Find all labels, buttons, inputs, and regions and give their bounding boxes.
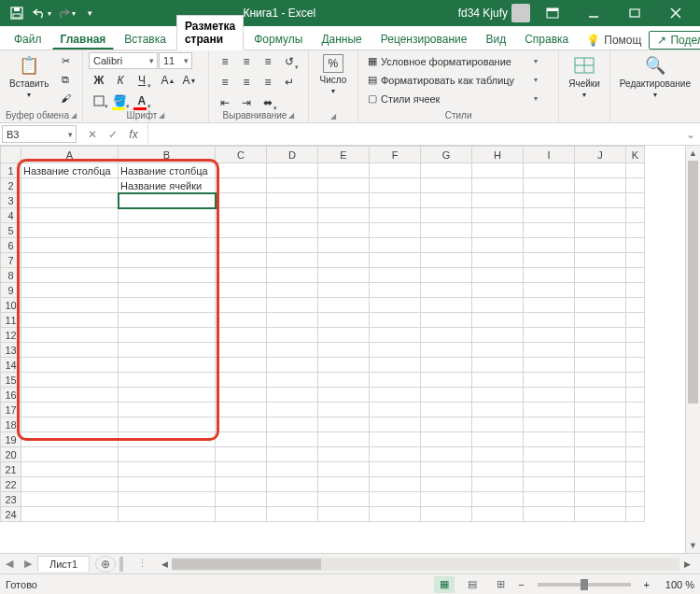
- ribbon-options-icon[interactable]: [534, 0, 571, 26]
- cell[interactable]: [21, 492, 119, 507]
- cell[interactable]: [267, 193, 318, 208]
- cell[interactable]: [216, 163, 267, 178]
- cell[interactable]: [472, 223, 524, 238]
- cell[interactable]: [267, 343, 318, 358]
- col-header[interactable]: J: [575, 147, 626, 163]
- cell[interactable]: [267, 492, 318, 507]
- cell[interactable]: [626, 283, 645, 298]
- cell[interactable]: [626, 373, 645, 388]
- cell[interactable]: [575, 223, 626, 238]
- cell[interactable]: [21, 193, 119, 208]
- tab-data[interactable]: Данные: [313, 28, 370, 50]
- shrink-font-icon[interactable]: A▼: [179, 71, 200, 90]
- cell[interactable]: [318, 208, 370, 223]
- cell[interactable]: [267, 268, 318, 283]
- cell[interactable]: [318, 163, 370, 178]
- cell[interactable]: [472, 432, 524, 447]
- dialog-launcher-icon[interactable]: ◢: [159, 111, 164, 120]
- cell[interactable]: [119, 283, 216, 298]
- row-header[interactable]: 18: [1, 417, 21, 432]
- font-name-combo[interactable]: Calibri: [89, 52, 158, 69]
- cell[interactable]: [267, 477, 318, 492]
- row-header[interactable]: 13: [1, 343, 21, 358]
- cell[interactable]: [318, 373, 370, 388]
- cell[interactable]: [421, 447, 472, 462]
- cell[interactable]: [421, 208, 472, 223]
- col-header[interactable]: K: [626, 147, 645, 163]
- col-header[interactable]: C: [216, 147, 267, 163]
- cell[interactable]: [575, 208, 626, 223]
- cell[interactable]: [575, 358, 626, 373]
- cell[interactable]: [267, 417, 318, 432]
- row-header[interactable]: 21: [1, 462, 21, 477]
- cell-selected[interactable]: [119, 193, 216, 208]
- cell[interactable]: Название ячейки: [119, 178, 216, 193]
- scroll-down-icon[interactable]: ▼: [686, 538, 700, 553]
- cell[interactable]: [267, 283, 318, 298]
- align-center-icon[interactable]: ≡: [236, 73, 257, 92]
- merge-icon[interactable]: ⬌: [258, 93, 278, 112]
- cell[interactable]: [119, 462, 216, 477]
- cell[interactable]: [216, 238, 267, 253]
- cell[interactable]: [119, 253, 216, 268]
- tab-page-layout[interactable]: Разметка страни: [176, 15, 244, 50]
- sheet-options-icon[interactable]: ⋮: [133, 558, 151, 570]
- cell[interactable]: [524, 432, 575, 447]
- cell[interactable]: [267, 313, 318, 328]
- cell[interactable]: [524, 223, 575, 238]
- formula-input[interactable]: [148, 123, 681, 145]
- underline-button[interactable]: Ч: [132, 71, 152, 90]
- redo-icon[interactable]: ▾: [54, 2, 77, 24]
- cell[interactable]: [421, 358, 472, 373]
- cell[interactable]: [370, 163, 421, 178]
- cell[interactable]: [421, 373, 472, 388]
- cell[interactable]: [626, 253, 645, 268]
- select-all-corner[interactable]: [1, 147, 21, 163]
- cell[interactable]: [524, 492, 575, 507]
- cell[interactable]: [575, 253, 626, 268]
- zoom-in-button[interactable]: +: [644, 579, 650, 590]
- user-name[interactable]: fd34 Kjufy: [458, 7, 508, 20]
- cell[interactable]: [524, 447, 575, 462]
- font-size-combo[interactable]: 11: [159, 52, 192, 69]
- cell[interactable]: [524, 238, 575, 253]
- editing-button[interactable]: 🔍 Редактирование ▾: [616, 52, 694, 101]
- dialog-launcher-icon[interactable]: ◢: [288, 111, 294, 120]
- cell[interactable]: [119, 447, 216, 462]
- cell[interactable]: [119, 313, 216, 328]
- cell[interactable]: [575, 193, 626, 208]
- cell[interactable]: [421, 432, 472, 447]
- cell[interactable]: [472, 417, 524, 432]
- cell[interactable]: [575, 507, 626, 522]
- cell[interactable]: [575, 163, 626, 178]
- cell[interactable]: [216, 193, 267, 208]
- cell[interactable]: [472, 253, 524, 268]
- cell[interactable]: [626, 298, 645, 313]
- cell[interactable]: [21, 328, 119, 343]
- cell[interactable]: [267, 373, 318, 388]
- cell[interactable]: [119, 492, 216, 507]
- cell[interactable]: [472, 492, 524, 507]
- cell[interactable]: [626, 208, 645, 223]
- cell[interactable]: [472, 283, 524, 298]
- grid[interactable]: A B C D E F G H I J K 1Название столбцаН…: [0, 146, 645, 522]
- cell[interactable]: [370, 193, 421, 208]
- cell[interactable]: [472, 358, 524, 373]
- cell[interactable]: [370, 283, 421, 298]
- cell[interactable]: [421, 193, 472, 208]
- cell[interactable]: [575, 388, 626, 403]
- cell[interactable]: [216, 343, 267, 358]
- cell[interactable]: [370, 268, 421, 283]
- cell[interactable]: [472, 403, 524, 417]
- cell[interactable]: [21, 373, 119, 388]
- col-header[interactable]: B: [119, 147, 216, 163]
- tab-home[interactable]: Главная: [52, 28, 115, 50]
- horizontal-scrollbar[interactable]: ◀ ▶: [157, 558, 694, 571]
- cell[interactable]: [626, 313, 645, 328]
- cell[interactable]: [370, 492, 421, 507]
- cell[interactable]: [370, 253, 421, 268]
- cell[interactable]: [626, 178, 645, 193]
- cell[interactable]: [318, 253, 370, 268]
- cell[interactable]: [21, 507, 119, 522]
- cell[interactable]: [370, 208, 421, 223]
